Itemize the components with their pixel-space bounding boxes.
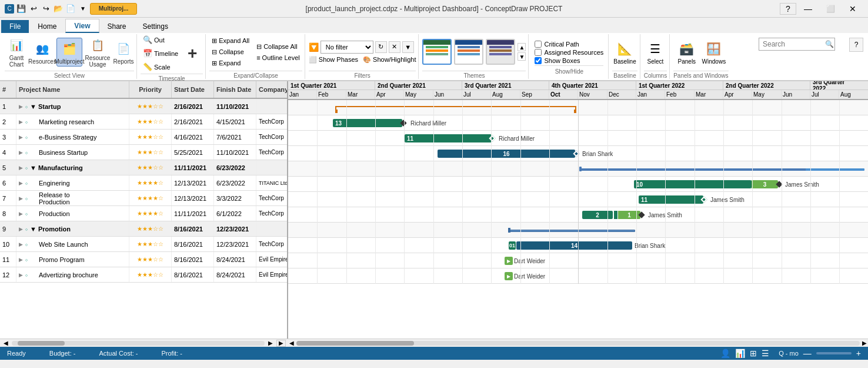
- cell-name: ▶ ⬦ Business Startup: [16, 145, 129, 160]
- gantt-h-scrollbar-track[interactable]: [296, 341, 860, 346]
- gantt-bar-marketing[interactable]: 13: [333, 119, 402, 127]
- tab-settings[interactable]: Settings: [135, 20, 176, 33]
- gantt-bar-ebusiness[interactable]: 11: [405, 134, 492, 142]
- outline-level-btn[interactable]: ≡Outline Level: [254, 53, 302, 62]
- critical-path-checkbox[interactable]: [535, 41, 542, 48]
- timescale-scale-btn[interactable]: 📏Scale: [141, 61, 181, 72]
- filter-options-btn[interactable]: ▼: [402, 41, 414, 53]
- qat-more[interactable]: ▼: [78, 4, 88, 14]
- col-header-start: Start Date: [172, 81, 214, 98]
- status-list-btn[interactable]: ☰: [762, 349, 769, 358]
- baseline-btn[interactable]: 📐 Baseline: [612, 38, 637, 66]
- clear-filter-btn[interactable]: ✕: [389, 41, 400, 53]
- status-bar: Ready Budget: - Actual Cost: - Profit: -…: [0, 347, 868, 360]
- table-row[interactable]: 6 ▶ ⬦ Enginering ★★★★☆ 12/13/2021 6/23/2…: [0, 175, 287, 191]
- status-grid-btn[interactable]: ⊞: [750, 349, 757, 358]
- table-row[interactable]: 9 ▶ ⬦ ▼ Promotion ★★★☆☆ 8/16/2021 12/23/…: [0, 221, 287, 237]
- qat-save[interactable]: 💾: [16, 4, 26, 14]
- month-label: Jan: [636, 90, 665, 99]
- panels-btn[interactable]: 🗃️ Panels: [675, 38, 699, 66]
- zoom-in-status-btn[interactable]: +: [856, 349, 861, 358]
- assigned-resources-checkbox[interactable]: [535, 49, 542, 56]
- month-label: Feb: [317, 90, 346, 99]
- month-label: Apr: [723, 90, 752, 99]
- resources-btn[interactable]: 👥 Resources: [31, 38, 54, 66]
- gantt-bar-business[interactable]: 16: [438, 150, 575, 158]
- h-scrollbar-thumb[interactable]: [18, 341, 65, 346]
- show-boxes-checkbox[interactable]: [535, 57, 542, 64]
- help-btn[interactable]: ?: [780, 3, 796, 15]
- tab-file[interactable]: File: [1, 20, 29, 33]
- refresh-filter-btn[interactable]: ↻: [375, 41, 387, 53]
- table-row[interactable]: 5 ▶ ⬦ ▼ Manufacturing ★★★☆☆ 11/11/2021 6…: [0, 160, 287, 175]
- ribbon-group-panels: 🗃️ Panels 🪟 Windows Panels and Windows: [671, 34, 730, 79]
- zoom-in-btn[interactable]: +: [182, 38, 203, 69]
- timescale-timeline-btn[interactable]: 📅Timeline: [141, 48, 181, 59]
- cell-company: TechCorp: [256, 114, 287, 129]
- search-help-icon[interactable]: ?: [849, 38, 863, 52]
- qat-undo[interactable]: ↩: [28, 4, 39, 14]
- h-scrollbar-track[interactable]: [12, 341, 265, 346]
- qat-open[interactable]: 📂: [53, 4, 64, 14]
- tab-share[interactable]: Share: [99, 20, 135, 33]
- search-input[interactable]: [759, 38, 835, 51]
- qat-multiproject[interactable]: Multiproj...: [90, 3, 137, 15]
- restore-btn[interactable]: ⬜: [820, 3, 841, 15]
- gantt-bar-website[interactable]: 14: [516, 241, 632, 250]
- gantt-chart-btn[interactable]: 📊 Gantt Chart: [5, 35, 28, 69]
- cell-finish: 6/23/2022: [214, 175, 256, 190]
- status-resource-btn[interactable]: 👤: [720, 349, 730, 358]
- show-highlight-btn[interactable]: 🎨Show/Highlight: [363, 56, 416, 64]
- gantt-bar-engineering[interactable]: 10: [634, 180, 752, 188]
- gantt-row-11: ▶ Dart Weider: [288, 253, 868, 268]
- table-row[interactable]: 7 ▶ ⬦ Release toProduction ★★★★☆ 12/13/2…: [0, 191, 287, 206]
- qat-new[interactable]: 📄: [65, 4, 76, 14]
- show-phases-btn[interactable]: ⬜Show Phases: [309, 56, 358, 64]
- gantt-scroll-left-btn[interactable]: ◀: [288, 340, 295, 346]
- collapse-btn[interactable]: ⊟Collapse: [209, 47, 252, 57]
- zoom-slider[interactable]: [816, 352, 852, 354]
- theme-1-btn[interactable]: [422, 39, 452, 65]
- resource-usage-btn[interactable]: 📋 Resource Usage: [85, 35, 111, 69]
- table-row[interactable]: 8 ▶ ⬦ Production ★★★★☆ 11/11/2021 6/1/20…: [0, 206, 287, 221]
- gantt-bar-production[interactable]: 2: [582, 211, 613, 219]
- gantt-h-scrollbar-thumb[interactable]: [296, 341, 414, 346]
- gantt-scroll-right-btn[interactable]: ▶: [861, 340, 868, 346]
- collapse-all-btn[interactable]: ⊟Collapse All: [254, 42, 302, 52]
- table-row[interactable]: 4 ▶ ⬦ Business Startup ★★★☆☆ 5/25/2021 1…: [0, 145, 287, 160]
- minimize-btn[interactable]: —: [797, 3, 819, 15]
- multiproject-btn[interactable]: 🗂️ Multiproject: [56, 38, 82, 67]
- cell-start: 8/16/2021: [172, 237, 214, 251]
- qat-redo[interactable]: ↪: [41, 4, 51, 14]
- expand-btn[interactable]: ⊞Expand: [209, 58, 252, 68]
- table-row[interactable]: 10 ▶ ⬦ Web Site Launch ★★★☆☆ 8/16/2021 1…: [0, 237, 287, 252]
- theme-2-btn[interactable]: [454, 39, 483, 65]
- reports-btn[interactable]: 📄 Reports: [113, 38, 134, 66]
- close-btn[interactable]: ✕: [842, 3, 863, 15]
- table-row[interactable]: 3 ▶ ⬦ e-Business Strategy ★★★☆☆ 4/16/202…: [0, 130, 287, 145]
- month-label: May: [404, 90, 433, 99]
- zoom-out-btn[interactable]: —: [803, 349, 812, 358]
- select-btn[interactable]: ☰ Select: [645, 38, 666, 66]
- status-chart-btn[interactable]: 📊: [735, 349, 745, 358]
- cell-name: ▶ ⬦ ▼ Manufacturing: [16, 160, 129, 175]
- timescale-out-btn[interactable]: 🔍Out: [141, 34, 181, 45]
- expand-panel-btn[interactable]: ▶: [276, 340, 286, 347]
- scroll-right-btn[interactable]: ▶: [267, 340, 274, 346]
- windows-btn[interactable]: 🪟 Windows: [701, 38, 727, 66]
- table-row[interactable]: 12 ▶ ⬦ Advertizing brochure ★★★☆☆ 8/16/2…: [0, 267, 287, 283]
- theme-3-btn[interactable]: [486, 39, 515, 65]
- cell-finish: 7/6/2021: [214, 130, 256, 144]
- tab-view[interactable]: View: [65, 19, 99, 33]
- filter-select[interactable]: No filter: [321, 41, 373, 54]
- themes-scroll-btn[interactable]: ▲ ▼: [518, 43, 526, 61]
- col-header-company: Company: [256, 81, 288, 98]
- table-row[interactable]: 1 ▶ ⬦ ▼ Startup ★★★☆☆ 2/16/2021 11/10/20…: [0, 99, 287, 114]
- title-bar: C 💾 ↩ ↪ 📂 📄 ▼ Multiproj... [product_laun…: [0, 0, 868, 18]
- table-row[interactable]: 11 ▶ ⬦ Promo Program ★★★☆☆ 8/16/2021 8/2…: [0, 252, 287, 267]
- expand-all-btn[interactable]: ⊞Expand All: [209, 36, 252, 46]
- table-row[interactable]: 2 ▶ ⬦ Marketing research ★★★☆☆ 2/16/2021…: [0, 114, 287, 130]
- scroll-left-btn[interactable]: ◀: [2, 340, 9, 346]
- tab-home[interactable]: Home: [29, 20, 65, 33]
- gantt-bar-release[interactable]: 11: [639, 195, 703, 204]
